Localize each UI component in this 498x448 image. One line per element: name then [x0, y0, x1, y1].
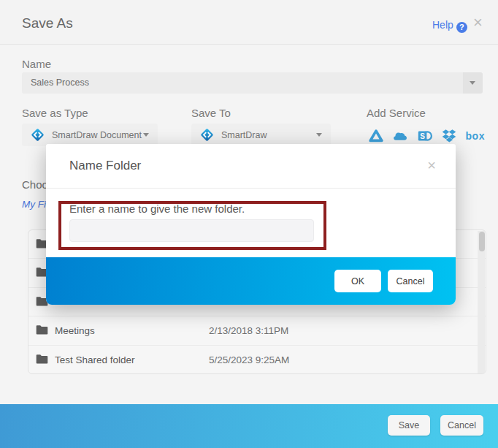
folder-icon [36, 324, 48, 335]
save-to-dropdown[interactable]: SmartDraw [191, 124, 331, 146]
smartdraw-icon [30, 127, 45, 143]
folder-row[interactable]: Test Shared folder 5/25/2023 9:25AM [28, 346, 486, 374]
folder-icon [36, 354, 48, 365]
folder-name: Meetings [55, 325, 95, 336]
modal-header: Name Folder × [46, 144, 456, 189]
save-as-type-dropdown[interactable]: SmartDraw Document [22, 124, 158, 146]
page-title: Save As [22, 15, 73, 31]
box-icon[interactable]: box [466, 130, 485, 142]
folder-date: 2/13/2018 3:11PM [209, 325, 288, 336]
chevron-down-icon [143, 133, 149, 137]
google-drive-icon[interactable] [368, 128, 384, 144]
name-dropdown-button[interactable] [463, 72, 483, 94]
modal-footer: OK Cancel [46, 257, 456, 305]
cancel-button[interactable]: Cancel [440, 415, 483, 436]
annotation-highlight [58, 201, 326, 250]
smartdraw-icon [199, 127, 215, 143]
save-as-dialog: Save As Help? × Name Save as Type SmartD… [0, 0, 498, 448]
dropbox-icon[interactable] [441, 128, 457, 144]
name-folder-modal: Name Folder × Enter a name to give the n… [46, 144, 456, 305]
scrollbar-track[interactable] [478, 231, 485, 374]
scrollbar-thumb[interactable] [479, 232, 485, 251]
svg-text:S: S [420, 132, 425, 140]
folder-date: 5/25/2023 9:25AM [209, 354, 289, 365]
help-link[interactable]: Help? [432, 19, 467, 33]
save-to-label: Save To [191, 107, 231, 119]
save-button[interactable]: Save [388, 415, 430, 436]
chevron-down-icon [316, 133, 322, 137]
modal-title: Name Folder [69, 159, 141, 173]
onedrive-icon[interactable] [392, 128, 408, 144]
dialog-titlebar: Save As Help? × [0, 0, 498, 45]
save-as-type-value: SmartDraw Document [52, 130, 142, 140]
help-label: Help [432, 19, 453, 31]
name-label: Name [22, 58, 51, 70]
dialog-footer: Save Cancel [0, 404, 498, 448]
modal-close-icon[interactable]: × [427, 158, 436, 172]
folder-row[interactable]: Meetings 2/13/2018 3:11PM [28, 316, 486, 345]
chevron-down-icon [470, 81, 475, 85]
add-service-label: Add Service [367, 107, 426, 119]
sharepoint-icon[interactable]: S [417, 128, 433, 144]
save-to-value: SmartDraw [221, 130, 267, 140]
modal-cancel-button[interactable]: Cancel [388, 270, 433, 292]
file-name-input[interactable] [22, 72, 463, 94]
save-as-type-label: Save as Type [22, 107, 88, 119]
ok-button[interactable]: OK [334, 270, 381, 292]
service-icons-row: S box [368, 128, 485, 144]
help-icon: ? [456, 22, 467, 33]
close-icon[interactable]: × [473, 15, 483, 31]
folder-name: Test Shared folder [55, 354, 135, 365]
